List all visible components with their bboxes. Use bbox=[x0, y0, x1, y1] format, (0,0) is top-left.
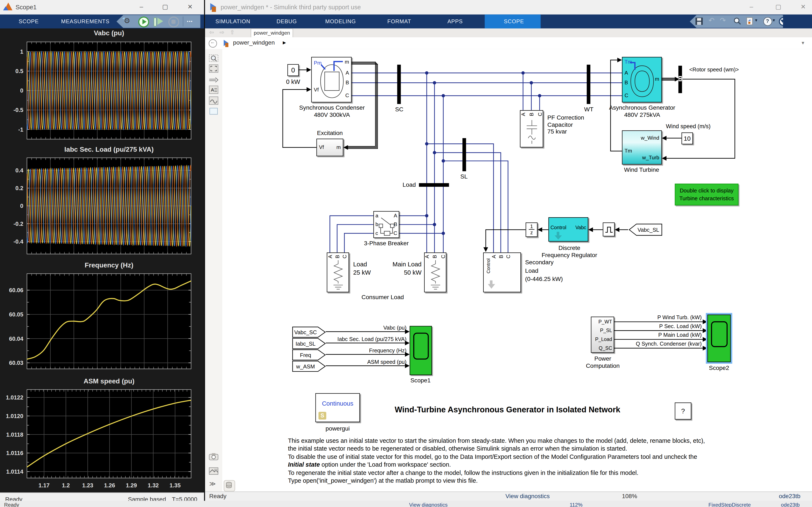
simulink-ribbon: SIMULATION DEBUG MODELING FORMAT APPS SC… bbox=[205, 14, 812, 29]
asynchronous-generator-block[interactable]: Tm A B C m bbox=[622, 57, 662, 103]
expand-palette-chevrons-icon[interactable]: ≫ bbox=[209, 480, 216, 487]
solver-name[interactable]: ode23tb bbox=[779, 493, 800, 499]
fit-to-view-icon[interactable] bbox=[209, 64, 219, 73]
pf-correction-capacitor-block[interactable]: A B C bbox=[520, 110, 543, 148]
svg-text:1.26: 1.26 bbox=[104, 482, 115, 489]
scope2-block[interactable] bbox=[707, 315, 730, 362]
tab-apps[interactable]: APPS bbox=[448, 18, 463, 24]
signal-routing-icon[interactable] bbox=[209, 75, 219, 84]
breadcrumb[interactable]: power_windgen bbox=[233, 39, 275, 45]
wind-turbine-block[interactable]: w_Wind Tm w_Turb bbox=[622, 130, 662, 165]
nav-forward-icon[interactable]: ⇨ bbox=[219, 29, 224, 36]
plot-title-frequency: Frequency (Hz) bbox=[27, 261, 191, 269]
new-model-dropdown-icon[interactable]: ▾ bbox=[755, 17, 757, 22]
unit-delay-block[interactable]: 1 z bbox=[526, 222, 538, 237]
simulink-minimize-button[interactable]: – bbox=[744, 0, 759, 13]
help-question-icon: ? bbox=[766, 18, 769, 24]
constant-10-block[interactable]: 10 bbox=[681, 132, 693, 144]
synchronous-condenser-block[interactable]: Pm Vf m A B C bbox=[311, 57, 352, 103]
bg-zoom-percentage: 112% bbox=[570, 502, 582, 507]
bg-view-diagnostics-link[interactable]: View diagnostics bbox=[409, 502, 448, 507]
step-forward-bar-icon[interactable] bbox=[154, 17, 156, 26]
step-forward-play-icon[interactable] bbox=[157, 17, 163, 25]
scope1-block[interactable] bbox=[410, 326, 432, 375]
nav-back-icon[interactable]: ⇦ bbox=[209, 29, 214, 36]
save-icon[interactable] bbox=[695, 17, 703, 25]
svg-text:1.32: 1.32 bbox=[148, 482, 159, 489]
scope1-tab-measurements[interactable]: MEASUREMENTS bbox=[61, 18, 109, 24]
consumer-load-block[interactable]: A B C bbox=[327, 252, 349, 292]
breadcrumb-model-box-icon bbox=[225, 43, 229, 47]
svg-text:1.2: 1.2 bbox=[62, 482, 70, 489]
simulink-maximize-button[interactable]: ▢ bbox=[770, 0, 786, 13]
svg-text:0.4: 0.4 bbox=[15, 167, 23, 174]
powergui-block[interactable]: Continuous S bbox=[315, 393, 360, 422]
bg-solver-name: ode23tb bbox=[781, 502, 800, 507]
nav-up-icon[interactable]: ⇧ bbox=[230, 29, 235, 36]
port-c-upper: C bbox=[624, 93, 628, 98]
discrete-frequency-regulator-block[interactable]: Control Vabc bbox=[548, 217, 588, 242]
image-layers-icon[interactable] bbox=[209, 467, 219, 475]
view-diagnostics-link[interactable]: View diagnostics bbox=[505, 493, 550, 499]
wt-bus-label: WT bbox=[581, 106, 597, 113]
document-tab[interactable]: power_windgen bbox=[251, 29, 293, 38]
svg-text:1: 1 bbox=[20, 49, 23, 55]
port-b-upper: B bbox=[346, 80, 349, 86]
help-block-label: ? bbox=[681, 407, 685, 415]
camera-icon[interactable] bbox=[209, 452, 219, 461]
simulink-close-button[interactable]: ✕ bbox=[796, 0, 811, 13]
description-line-6: Type open('init_power_windgen') at the m… bbox=[288, 477, 770, 485]
redo-icon[interactable]: ↷ bbox=[720, 16, 726, 24]
tab-scope-active-label[interactable]: SCOPE bbox=[504, 18, 524, 24]
annotation-icon[interactable]: A bbox=[209, 86, 219, 94]
scope1-tab-scope[interactable]: SCOPE bbox=[18, 18, 39, 24]
simulink-titlebar[interactable]: power_windgen * - Simulink third party s… bbox=[205, 0, 812, 15]
tab-format[interactable]: FORMAT bbox=[388, 18, 411, 24]
svg-text:-0.5: -0.5 bbox=[13, 107, 23, 113]
toolbar-separator bbox=[183, 16, 183, 26]
model-canvas[interactable]: 0 0 kW Pm Vf m A B C Synchron bbox=[222, 49, 812, 492]
record-button[interactable] bbox=[779, 17, 788, 26]
simulink-logo-box-icon bbox=[212, 7, 216, 12]
breadcrumb-dropdown-icon[interactable]: ▾ bbox=[802, 40, 804, 46]
zoom-region-icon[interactable] bbox=[209, 54, 219, 63]
secondary-load-block[interactable]: Control A B C bbox=[483, 252, 521, 292]
resistor-icon bbox=[424, 253, 447, 293]
svg-text:0.5: 0.5 bbox=[15, 68, 23, 74]
svg-text:1.17: 1.17 bbox=[39, 482, 49, 489]
new-model-icon[interactable] bbox=[746, 17, 754, 25]
help-block[interactable]: ? bbox=[675, 402, 691, 419]
data-stack-icon bbox=[224, 481, 234, 490]
rate-transition-block[interactable] bbox=[603, 222, 615, 236]
load-bus-label: Load bbox=[393, 182, 416, 189]
scope1-maximize-button[interactable]: ▢ bbox=[157, 0, 173, 13]
main-load-block[interactable]: A B C bbox=[424, 252, 446, 292]
port-a-upper: A bbox=[346, 70, 349, 75]
help-dropdown-icon[interactable]: ▾ bbox=[773, 17, 775, 22]
model-data-button[interactable] bbox=[224, 480, 235, 492]
tab-simulation[interactable]: SIMULATION bbox=[215, 18, 250, 24]
scope1-minimize-button[interactable]: – bbox=[134, 0, 149, 13]
three-phase-breaker-block[interactable]: a b c A B C bbox=[373, 211, 399, 238]
tab-debug[interactable]: DEBUG bbox=[276, 18, 297, 24]
port-control: Control bbox=[550, 225, 566, 230]
from-tag-vabc-sl[interactable]: Vabc_SL bbox=[628, 224, 662, 236]
plot-title-vabc: Vabc (pu) bbox=[27, 29, 191, 37]
turbine-characteristics-annotation[interactable]: Double click to displayTurbine character… bbox=[675, 183, 739, 205]
scope1-titlebar[interactable]: Scope1 – ▢ ✕ bbox=[0, 0, 204, 15]
undo-icon[interactable]: ↶ bbox=[708, 16, 714, 24]
tab-modeling[interactable]: MODELING bbox=[325, 18, 356, 24]
excitation-block[interactable]: Vf m bbox=[316, 138, 343, 156]
image-curve-icon[interactable] bbox=[209, 96, 219, 105]
svg-text:1.0116: 1.0116 bbox=[6, 450, 23, 456]
scope1-close-button[interactable]: ✕ bbox=[182, 0, 198, 13]
down-arrow-icon bbox=[555, 235, 562, 239]
simulink-window-title: power_windgen * - Simulink third party s… bbox=[220, 4, 361, 11]
viewport-box-icon[interactable] bbox=[209, 107, 219, 116]
constant-0-block[interactable]: 0 bbox=[287, 64, 299, 76]
more-options-button[interactable]: ••• bbox=[187, 19, 193, 24]
search-icon[interactable] bbox=[733, 17, 742, 25]
svg-text:-0.4: -0.4 bbox=[13, 238, 23, 245]
unit-delay-numerator: 1 bbox=[526, 224, 537, 229]
rotor-speed-signal-label: <Rotor speed (wm)> bbox=[689, 66, 762, 72]
